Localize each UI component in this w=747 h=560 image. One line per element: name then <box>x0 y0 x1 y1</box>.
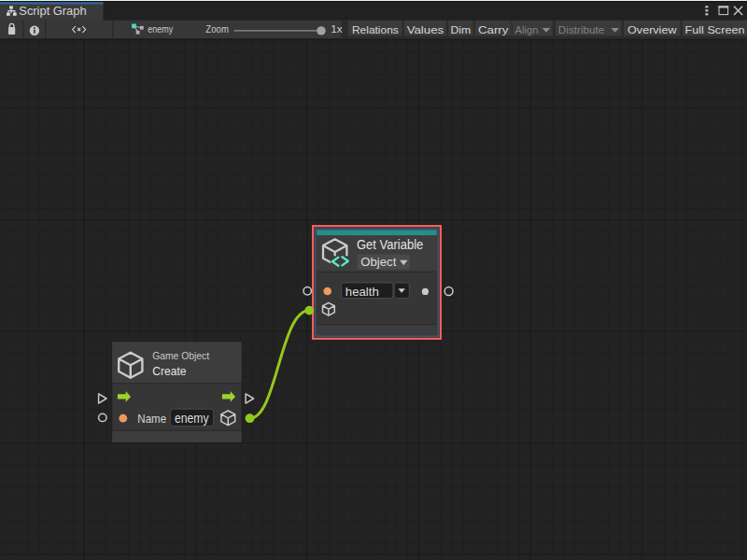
svg-text:Script Graph: Script Graph <box>19 5 86 18</box>
svg-text:Relations: Relations <box>352 23 399 35</box>
svg-text:Dim: Dim <box>451 23 472 35</box>
svg-text:Full Screen: Full Screen <box>685 23 745 35</box>
svg-text:Name: Name <box>137 413 166 426</box>
svg-text:Carry: Carry <box>478 23 509 35</box>
svg-text:Distribute: Distribute <box>558 23 605 35</box>
svg-text:Overview: Overview <box>627 23 677 35</box>
svg-text:Game Object: Game Object <box>152 351 209 361</box>
svg-text:Values: Values <box>407 23 444 35</box>
svg-text:Create: Create <box>152 364 186 378</box>
svg-text:Get Variable: Get Variable <box>357 237 423 252</box>
svg-text:Object: Object <box>360 255 396 269</box>
svg-text:enemy: enemy <box>148 22 173 35</box>
svg-text:enemy: enemy <box>175 412 209 426</box>
svg-text:Align: Align <box>515 23 539 35</box>
svg-text:Zoom: Zoom <box>205 22 229 35</box>
svg-text:1x: 1x <box>331 22 343 35</box>
svg-text:health: health <box>345 285 379 299</box>
